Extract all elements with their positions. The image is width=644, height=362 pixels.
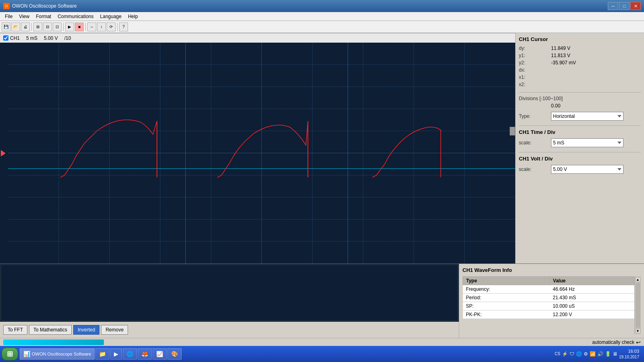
close-button[interactable]: ✕: [630, 2, 641, 10]
maximize-button[interactable]: □: [619, 2, 630, 10]
divider-1: [519, 92, 641, 93]
taskbar-items: 📊 OWON Oscilloscope Software 📁 ▶ 🌐 🦊 📈 🎨: [20, 348, 551, 360]
menu-communications[interactable]: Communications: [54, 13, 97, 20]
cursor-dx-row: dx:: [519, 67, 641, 73]
col-value: Value: [549, 277, 634, 285]
cell-type: Frequency:: [463, 285, 550, 294]
divisions-label: Divisions [-100~100]: [519, 96, 575, 101]
cursor-x1-row: x1:: [519, 74, 641, 80]
to-mathematics-button[interactable]: To Mathematics: [29, 325, 72, 335]
auto-check-label: automatically check: [592, 339, 634, 345]
menu-view[interactable]: View: [16, 13, 33, 20]
minimize-button[interactable]: ─: [608, 2, 618, 10]
bottom-area: To FFT To Mathematics Inverted Remove CH…: [0, 263, 644, 338]
type-select[interactable]: Horizontal Vertical None: [551, 112, 623, 121]
app-icon: O: [3, 3, 10, 9]
table-row: Period:21.430 mS: [463, 294, 634, 302]
type-row: Type: Horizontal Vertical None: [519, 112, 641, 121]
cursor-y1-value: 11.813 V: [551, 53, 570, 58]
divider-3: [519, 152, 641, 152]
waveform-info-panel: CH1 WaveForm Info Type Value Frequency:4…: [459, 264, 644, 338]
taskbar-item-app1[interactable]: 📈: [153, 348, 167, 360]
ch1-checkbox-group: CH1: [3, 35, 20, 41]
taskbar-item-firefox[interactable]: 🦊: [138, 348, 152, 360]
scroll-down[interactable]: ▼: [636, 329, 640, 333]
bottom-buttons: To FFT To Mathematics Inverted Remove: [0, 322, 459, 338]
volt-scale-label: scale:: [519, 167, 551, 172]
title-bar: O OWON Oscilloscope Software ─ □ ✕: [0, 0, 644, 12]
toolbar-btn-4[interactable]: ⊞: [33, 23, 42, 31]
to-fft-button[interactable]: To FFT: [3, 325, 27, 335]
cell-type: PK-PK:: [463, 311, 550, 319]
toolbar-btn-8[interactable]: ↕: [97, 23, 106, 31]
scroll-track[interactable]: [636, 283, 640, 328]
toolbar-sep-2: [63, 23, 64, 31]
waveform-bottom: To FFT To Mathematics Inverted Remove: [0, 264, 459, 338]
cell-type: SP:: [463, 302, 550, 311]
scope-display: CH1 5 mS 5.00 V /10: [0, 33, 515, 263]
waveform-info-table: Type Value Frequency:46.664 HzPeriod:21.…: [462, 276, 634, 319]
toolbar-btn-2[interactable]: 📂: [11, 23, 20, 31]
ch-status-bar: CH1 5 mS 5.00 V /10: [0, 33, 515, 43]
right-panel: CH1 Cursor dy: 11.849 V y1: 11.813 V y2:…: [515, 33, 644, 263]
cursor-x2-label: x2:: [519, 82, 551, 87]
scroll-handle[interactable]: [510, 127, 515, 136]
ch1-checkbox[interactable]: [3, 35, 8, 41]
status-time: 5 mS: [26, 35, 37, 41]
divisions-value-row: 0.00: [519, 103, 641, 109]
status-volt: 5.00 V: [44, 35, 58, 41]
cursor-y1-label: y1:: [519, 53, 551, 58]
clock-time: 16:03: [619, 348, 639, 354]
menu-help[interactable]: Help: [125, 13, 141, 20]
ch1-label: CH1: [10, 35, 20, 41]
taskbar-item-icon: 📊: [23, 351, 30, 357]
cursor-y2-label: y2:: [519, 60, 551, 66]
tray-battery: 🔋: [605, 351, 611, 357]
taskbar-item-explorer[interactable]: 📁: [95, 348, 109, 360]
cursor-dy-value: 11.849 V: [551, 45, 570, 51]
toolbar-btn-1[interactable]: 💾: [2, 23, 10, 31]
start-button[interactable]: ⊞: [2, 348, 18, 360]
cursor-x1-label: x1:: [519, 74, 551, 80]
time-div-title: CH1 Time / Div: [519, 129, 641, 135]
menu-format[interactable]: Format: [33, 13, 54, 20]
cursor-y1-row: y1: 11.813 V: [519, 53, 641, 58]
remove-button[interactable]: Remove: [101, 325, 128, 335]
divisions-value: 0.00: [551, 103, 560, 109]
system-clock[interactable]: 16:03 19.10.2017: [619, 348, 639, 359]
toolbar-btn-5[interactable]: ⊟: [43, 23, 52, 31]
toolbar-btn-9[interactable]: ⟳: [107, 23, 116, 31]
volt-scale-select[interactable]: 5.00 V 1.00 V 2.00 V 10.00 V: [551, 165, 623, 174]
toolbar-btn-6[interactable]: ⊡: [53, 23, 62, 31]
tray-bluetooth: ⚡: [562, 351, 568, 357]
time-scale-select[interactable]: 5 mS 1 mS 2 mS 10 mS: [551, 138, 623, 147]
waveform-canvas[interactable]: [8, 43, 515, 263]
taskbar: ⊞ 📊 OWON Oscilloscope Software 📁 ▶ 🌐 🦊 📈: [0, 346, 644, 362]
cell-type: Period:: [463, 294, 550, 302]
volt-div-title: CH1 Volt / Div: [519, 156, 641, 162]
menu-file[interactable]: File: [2, 13, 16, 20]
toolbar-btn-3[interactable]: 🖨: [21, 23, 30, 31]
toolbar-btn-stop[interactable]: ■: [75, 23, 84, 31]
cyan-progress-bar: [3, 339, 104, 345]
menu-language[interactable]: Language: [97, 13, 125, 20]
divisions-row: Divisions [-100~100]: [519, 96, 641, 101]
trigger-indicator: [1, 150, 6, 156]
toolbar-btn-run[interactable]: ▶: [65, 23, 74, 31]
toolbar-sep-4: [117, 23, 118, 31]
cursor-y2-row: y2: -35.907 mV: [519, 60, 641, 66]
taskbar-item-app2[interactable]: 🎨: [167, 348, 182, 360]
toolbar-btn-7[interactable]: ↔: [87, 23, 96, 31]
tray-vol: 🔊: [597, 351, 603, 357]
taskbar-item-media[interactable]: ▶: [110, 348, 122, 360]
inverted-button[interactable]: Inverted: [73, 325, 99, 335]
toolbar-btn-help[interactable]: ?: [119, 23, 128, 31]
content-area: CH1 5 mS 5.00 V /10: [0, 33, 644, 263]
scroll-up[interactable]: ▲: [636, 277, 640, 282]
tray-cs: CS: [555, 352, 560, 356]
taskbar-item-owon[interactable]: 📊 OWON Oscilloscope Software: [20, 348, 95, 360]
taskbar-item-ie[interactable]: 🌐: [123, 348, 137, 360]
status-div: /10: [64, 35, 71, 41]
start-orb: ⊞: [7, 350, 13, 358]
system-tray: CS ⚡ 🛡 🌐 ⚙ 📶 🔊 🔋 🖥 16:03 19.10.2017: [551, 348, 642, 359]
